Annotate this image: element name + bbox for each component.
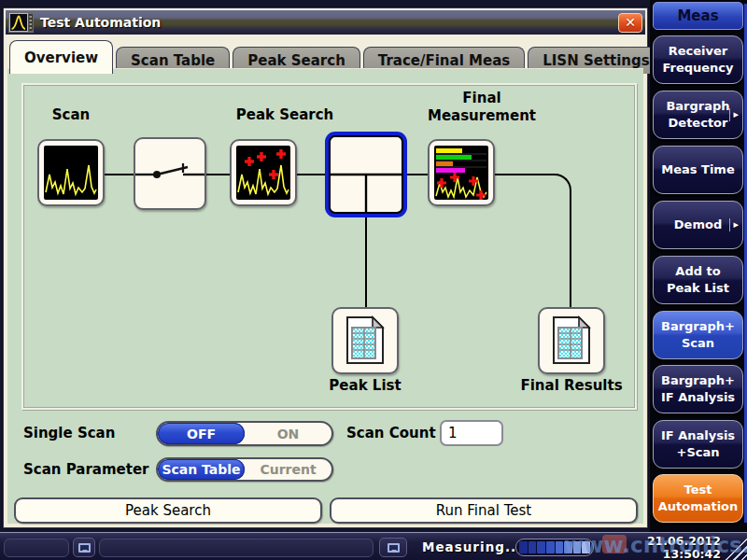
softkey-menu: Meas Receiver Frequency Bargraph Detecto… <box>650 0 747 532</box>
test-automation-button[interactable]: Test Automation <box>653 474 743 523</box>
app-icon <box>8 12 34 33</box>
receiver-frequency-button[interactable]: Receiver Frequency <box>653 35 743 84</box>
peak-search-button[interactable]: Peak Search <box>14 497 322 524</box>
overview-tab-page: Scan Peak Search Final Measurement <box>7 68 643 524</box>
scan-parameter-toggle: Scan Table Current <box>156 457 333 482</box>
tab-overview[interactable]: Overview <box>9 40 113 74</box>
peak-search-step-box[interactable] <box>230 139 297 206</box>
junction-lines-icon <box>331 137 402 212</box>
final-results-box[interactable] <box>538 307 605 374</box>
test-automation-dialog: Test Automation ✕ Overview Scan Table Pe… <box>3 7 648 528</box>
scan-step-box[interactable] <box>37 139 105 206</box>
measurement-progress-bar <box>515 539 594 556</box>
submenu-arrow-icon: ▸ <box>729 108 739 121</box>
single-scan-label: Single Scan <box>23 421 115 446</box>
peak-search-trace-icon <box>236 146 290 200</box>
bargraph-scan-button[interactable]: Bargraph+ Scan <box>653 311 743 359</box>
time-label: 13:50:42 <box>633 548 721 560</box>
peak-list-label: Peak List <box>309 377 421 395</box>
scan-parameter-current-option[interactable]: Current <box>245 459 331 480</box>
peak-list-document-icon <box>344 315 387 366</box>
title-bar: Test Automation ✕ <box>6 10 645 35</box>
final-measurement-icon <box>434 146 488 200</box>
status-bar: Measuring... 21.06.2012 13:50:42 <box>0 532 747 560</box>
connector-curve <box>499 174 571 309</box>
date-time: 21.06.2012 13:50:42 <box>633 535 721 560</box>
scan-count-input[interactable] <box>440 420 503 446</box>
date-label: 21.06.2012 <box>633 535 721 548</box>
scan-count-label: Scan Count <box>346 421 436 446</box>
single-scan-on-option[interactable]: ON <box>245 423 331 444</box>
run-final-test-button[interactable]: Run Final Test <box>330 497 638 524</box>
bargraph-if-analysis-button[interactable]: Bargraph+ IF Analysis <box>653 365 743 413</box>
scan-parameter-label: Scan Parameter <box>23 457 149 483</box>
monitor-icon[interactable] <box>379 538 407 557</box>
flow-diagram-panel: Scan Peak Search Final Measurement <box>21 83 637 410</box>
final-measurement-label: Final Measurement <box>395 90 569 125</box>
status-text: Measuring... <box>422 533 522 560</box>
final-results-document-icon <box>550 315 593 366</box>
submenu-arrow-icon: ▸ <box>729 218 739 231</box>
switch-icon <box>135 139 204 208</box>
resize-grip[interactable] <box>721 535 747 560</box>
status-field-left <box>4 539 69 557</box>
meas-time-button[interactable]: Meas Time <box>653 146 743 194</box>
scan-trace-icon <box>44 146 98 200</box>
connector-line-vertical <box>365 210 367 309</box>
close-icon[interactable]: ✕ <box>618 13 642 33</box>
switch-step-box[interactable] <box>134 137 206 210</box>
single-scan-toggle: OFF ON <box>156 421 333 446</box>
final-measurement-step-box[interactable] <box>428 139 495 206</box>
menu-header-meas: Meas <box>653 2 743 30</box>
scan-label: Scan <box>37 106 105 124</box>
if-analysis-scan-button[interactable]: IF Analysis +Scan <box>653 420 743 469</box>
add-to-peak-list-button[interactable]: Add to Peak List <box>653 256 743 304</box>
bargraph-detector-button[interactable]: Bargraph Detector ▸ <box>653 91 743 139</box>
final-results-label: Final Results <box>506 377 637 395</box>
status-field-middle <box>99 539 374 557</box>
single-scan-off-option[interactable]: OFF <box>158 423 245 444</box>
window-icon[interactable] <box>73 538 95 557</box>
peak-list-box[interactable] <box>331 307 399 374</box>
peak-search-label: Peak Search <box>208 106 361 124</box>
demod-button[interactable]: Demod ▸ <box>653 201 743 249</box>
scan-parameter-scan-table-option[interactable]: Scan Table <box>158 459 245 480</box>
junction-step-box-selected[interactable] <box>329 135 403 214</box>
window-title: Test Automation <box>40 15 161 30</box>
